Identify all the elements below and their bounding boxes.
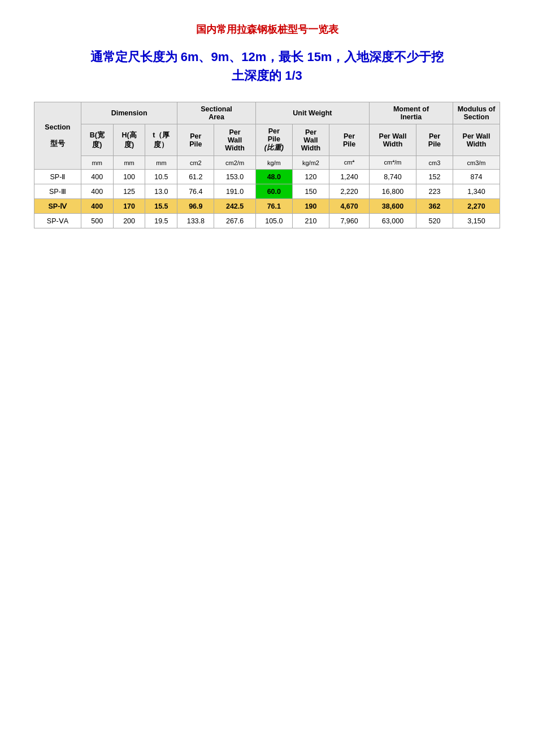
per-wall-area-val: 191.0 — [214, 184, 255, 199]
per-wall-weight-val: 120 — [292, 170, 329, 184]
col-b-val: 400 — [81, 170, 113, 184]
table-row: SP-Ⅲ40012513.076.4191.060.01502,22016,80… — [34, 184, 500, 199]
col-per-wall-inertia: Per WallWidth — [370, 124, 416, 156]
per-pile-modulus-val: 520 — [416, 214, 453, 228]
col-per-pile-weight: PerPile(比重) — [255, 124, 292, 156]
table-row: SP-ⅤA50020019.5133.8267.6105.02107,96063… — [34, 214, 500, 228]
col-per-wall-modulus: Per WallWidth — [453, 124, 500, 156]
per-pile-area-val: 133.8 — [177, 214, 214, 228]
unit-b: mm — [81, 156, 113, 170]
per-wall-weight-val: 210 — [292, 214, 329, 228]
col-b-val: 400 — [81, 199, 113, 214]
per-pile-area-val: 76.4 — [177, 184, 214, 199]
per-pile-area-val: 96.9 — [177, 199, 214, 214]
col-per-pile-modulus: PerPile — [416, 124, 453, 156]
unit-weight-header: Unit Weight — [255, 102, 369, 124]
modulus-section-header: Modulus ofSection — [453, 102, 500, 124]
per-pile-inertia-val: 2,220 — [329, 184, 370, 199]
col-b-val: 400 — [81, 184, 113, 199]
per-pile-modulus-val: 223 — [416, 184, 453, 199]
per-wall-area-val: 267.6 — [214, 214, 255, 228]
moment-inertia-header: Moment ofInertia — [370, 102, 453, 124]
unit-wall-weight: kg/m2 — [292, 156, 329, 170]
unit-wall-inertia: cm⁴/m — [370, 156, 416, 170]
per-wall-modulus-val: 2,270 — [453, 199, 500, 214]
per-wall-inertia-val: 63,000 — [370, 214, 416, 228]
col-b-val: 500 — [81, 214, 113, 228]
per-wall-inertia-val: 8,740 — [370, 170, 416, 184]
per-pile-weight-val: 60.0 — [255, 184, 292, 199]
sectional-area-header: SectionalArea — [177, 102, 256, 124]
per-pile-inertia-val: 7,960 — [329, 214, 370, 228]
unit-h: mm — [113, 156, 145, 170]
col-t-val: 19.5 — [145, 214, 177, 228]
per-pile-weight-val: 76.1 — [255, 199, 292, 214]
col-per-wall-weight: PerWallWidth — [292, 124, 329, 156]
unit-pile-modulus: cm3 — [416, 156, 453, 170]
col-t-val: 10.5 — [145, 170, 177, 184]
page-title: 国内常用拉森钢板桩型号一览表 — [34, 23, 500, 36]
unit-pile-inertia: cm⁴ — [329, 156, 370, 170]
unit-wall-modulus: cm3/m — [453, 156, 500, 170]
per-pile-modulus-val: 362 — [416, 199, 453, 214]
section-name: SP-ⅤA — [34, 214, 81, 228]
col-t-val: 15.5 — [145, 199, 177, 214]
col-b: B(宽度) — [81, 124, 113, 156]
section-name: SP-Ⅲ — [34, 184, 81, 199]
col-h-val: 200 — [113, 214, 145, 228]
table-row: SP-Ⅱ40010010.561.2153.048.01201,2408,740… — [34, 170, 500, 184]
unit-pile-area: cm2 — [177, 156, 214, 170]
per-wall-area-val: 153.0 — [214, 170, 255, 184]
per-wall-inertia-val: 16,800 — [370, 184, 416, 199]
unit-pile-weight: kg/m — [255, 156, 292, 170]
unit-t: mm — [145, 156, 177, 170]
per-pile-modulus-val: 152 — [416, 170, 453, 184]
col-h-val: 125 — [113, 184, 145, 199]
per-pile-area-val: 61.2 — [177, 170, 214, 184]
per-pile-weight-val: 48.0 — [255, 170, 292, 184]
col-per-pile-inertia: PerPile — [329, 124, 370, 156]
col-per-wall-area: PerWallWidth — [214, 124, 255, 156]
per-wall-area-val: 242.5 — [214, 199, 255, 214]
unit-wall-area: cm2/m — [214, 156, 255, 170]
col-h-val: 170 — [113, 199, 145, 214]
col-h-val: 100 — [113, 170, 145, 184]
per-wall-weight-val: 150 — [292, 184, 329, 199]
per-wall-modulus-val: 1,340 — [453, 184, 500, 199]
section-name: SP-Ⅳ — [34, 199, 81, 214]
per-wall-modulus-val: 874 — [453, 170, 500, 184]
per-pile-weight-val: 105.0 — [255, 214, 292, 228]
col-h: H(高度) — [113, 124, 145, 156]
dimension-header: Dimension — [81, 102, 177, 124]
col-per-pile-area: PerPile — [177, 124, 214, 156]
col-t-val: 13.0 — [145, 184, 177, 199]
per-pile-inertia-val: 4,670 — [329, 199, 370, 214]
per-pile-inertia-val: 1,240 — [329, 170, 370, 184]
section-name: SP-Ⅱ — [34, 170, 81, 184]
col-t: t（厚度） — [145, 124, 177, 156]
per-wall-inertia-val: 38,600 — [370, 199, 416, 214]
section-header: Section型号 — [34, 102, 81, 170]
per-wall-modulus-val: 3,150 — [453, 214, 500, 228]
subtitle: 通常定尺长度为 6m、9m、12m，最长 15m，入地深度不少于挖 土深度的 1… — [34, 47, 500, 85]
table-row: SP-Ⅳ40017015.596.9242.576.11904,67038,60… — [34, 199, 500, 214]
per-wall-weight-val: 190 — [292, 199, 329, 214]
